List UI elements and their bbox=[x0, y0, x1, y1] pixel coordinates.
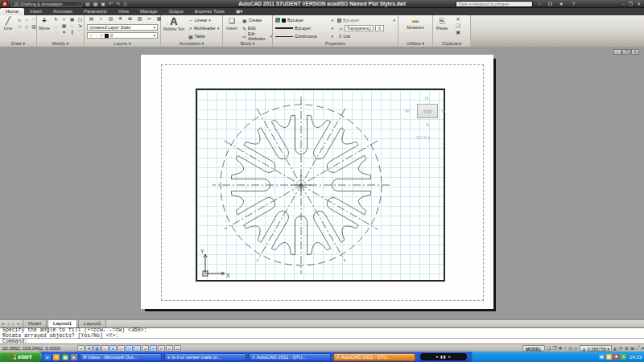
polyline-tool-icon[interactable]: ∿ bbox=[16, 18, 23, 23]
quick-view-drawings-icon[interactable]: ❐ bbox=[552, 345, 556, 351]
panel-label-modify[interactable]: Modify ▾ bbox=[37, 41, 84, 47]
annotation-visibility-icon[interactable]: ◭ bbox=[613, 345, 617, 351]
close-window-icon[interactable]: ✕ bbox=[637, 1, 641, 7]
panel-label-utilities[interactable]: Utilities ▾ bbox=[398, 41, 432, 47]
show-motion-icon[interactable]: ▷ bbox=[574, 345, 578, 351]
communication-center-icon[interactable]: ☊ bbox=[548, 1, 552, 7]
toggle-3dosnap[interactable]: ◇ bbox=[126, 345, 133, 352]
favorites-star-icon[interactable]: ★ bbox=[559, 1, 564, 7]
toggle-dyn[interactable]: ⌖ bbox=[150, 345, 157, 352]
task-autocad-1[interactable]: A AutoCAD 2011 - STU... bbox=[249, 353, 331, 361]
doc-close-icon[interactable]: ✕ bbox=[631, 49, 639, 55]
lineweight-dropdown[interactable]: ByLayer▾ bbox=[275, 25, 333, 31]
ribbon-minimize-icon[interactable]: ▣▾ bbox=[230, 8, 249, 15]
copy-clip-icon[interactable]: ❏ bbox=[454, 23, 462, 29]
join-tool-icon[interactable]: ⌒ bbox=[76, 30, 84, 35]
panel-label-draw[interactable]: Draw ▾ bbox=[0, 41, 36, 47]
panel-label-properties[interactable]: Properties bbox=[273, 41, 398, 47]
tray-antivirus-icon[interactable]: ✚ bbox=[613, 354, 619, 360]
tab-insert[interactable]: Insert bbox=[24, 8, 47, 15]
new-file-icon[interactable]: ▤ bbox=[85, 1, 90, 7]
toggle-otrack[interactable]: ∕ bbox=[134, 345, 141, 352]
transparency-control[interactable]: ▱ Transparency 0 bbox=[337, 25, 395, 31]
layer-state-dropdown[interactable]: Unsaved Layer State ▾ bbox=[87, 24, 158, 31]
undo-icon[interactable]: ↶ bbox=[109, 1, 113, 7]
linetype-dropdown[interactable]: Continuous▾ bbox=[275, 33, 333, 39]
paste-special-icon[interactable]: ▣ bbox=[454, 30, 462, 35]
tab-view[interactable]: View bbox=[113, 8, 134, 15]
toggle-snap[interactable]: ⊞ bbox=[85, 345, 93, 352]
list-button[interactable]: ≡ List bbox=[337, 33, 395, 39]
toggle-tpy[interactable]: ▱ bbox=[166, 345, 173, 352]
block-edit-button[interactable]: ✎ Edit bbox=[241, 25, 256, 31]
tab-annotate[interactable]: Annotate bbox=[47, 8, 78, 15]
toggle-grid[interactable]: ▦ bbox=[93, 345, 101, 352]
steering-wheel-icon[interactable]: ◎ bbox=[568, 345, 572, 351]
tab-output[interactable]: Output bbox=[163, 8, 189, 15]
multiline-text-button[interactable]: A Multiline Text bbox=[163, 16, 185, 32]
tab-model[interactable]: Model bbox=[23, 319, 47, 327]
plot-icon[interactable]: ⎙ bbox=[123, 1, 127, 7]
layer-prev-icon[interactable]: ↩ bbox=[145, 16, 154, 22]
edit-attributes-button[interactable]: ✑ Edit Attributes▾ bbox=[241, 33, 272, 39]
model-viewport[interactable]: N W TOP E S WCS ▾ Y X bbox=[196, 88, 445, 282]
start-button[interactable]: start bbox=[0, 352, 42, 362]
model-paper-toggle[interactable]: MODEL bbox=[522, 345, 545, 352]
zoom-icon[interactable]: ⌕ bbox=[564, 345, 567, 351]
tab-manage[interactable]: Manage bbox=[134, 8, 163, 15]
toggle-ducs[interactable]: ⊿ bbox=[142, 345, 149, 352]
table-button[interactable]: ▦ Table bbox=[187, 33, 205, 39]
restore-window-icon[interactable]: ❐ bbox=[629, 1, 633, 7]
explode-tool-icon[interactable]: ✶ bbox=[60, 30, 68, 35]
search-icon[interactable]: ⌕ bbox=[539, 1, 541, 7]
save-icon[interactable]: ▣ bbox=[101, 1, 105, 7]
layer-isolate-icon[interactable]: ▥ bbox=[106, 16, 115, 22]
toggle-qp[interactable]: ▭ bbox=[174, 345, 181, 352]
linear-dimension-button[interactable]: ↔ Linear▾ bbox=[187, 17, 211, 23]
object-color-dropdown[interactable]: ByLayer▾ bbox=[275, 17, 333, 23]
offset-tool-icon[interactable]: ∥ bbox=[68, 30, 76, 35]
viewcube-south[interactable]: S bbox=[426, 122, 429, 127]
circle-tool-icon[interactable]: ○ bbox=[23, 18, 30, 23]
toggle-lwt[interactable]: ≡ bbox=[158, 345, 165, 352]
toolbar-lock-icon[interactable]: ⊠ bbox=[630, 345, 634, 351]
workspace-dropdown[interactable]: 2D Drafting & Annotation ▾ bbox=[11, 1, 82, 7]
toggle-polar[interactable]: ∠ bbox=[109, 345, 117, 352]
task-browser[interactable]: e Is it or center mark or... bbox=[164, 353, 246, 361]
measure-button[interactable]: ▬ Measure bbox=[405, 16, 426, 30]
plot-style-dropdown[interactable]: ByLayer▾ bbox=[337, 17, 395, 23]
layer-lock-icon[interactable]: ⊠ bbox=[126, 16, 134, 22]
viewcube-east[interactable]: E bbox=[442, 109, 445, 113]
viewcube-top-face[interactable]: TOP bbox=[417, 104, 438, 118]
clean-screen-icon[interactable]: ⤢ bbox=[636, 345, 640, 351]
arc-tool-icon[interactable]: ◠ bbox=[31, 18, 37, 23]
rotate-tool-icon[interactable]: ↻ bbox=[52, 17, 60, 23]
paste-button[interactable]: ⎘ Paste bbox=[435, 16, 449, 31]
task-outlook[interactable]: ✉ Inbox - Microsoft Out... bbox=[80, 353, 162, 361]
open-folder-icon[interactable]: ▦ bbox=[93, 1, 98, 7]
layer-control-dropdown[interactable]: ☀ ☼ ⊓ 0 ▾ bbox=[87, 32, 158, 39]
viewcube-north[interactable]: N bbox=[425, 96, 428, 101]
rectangle-tool-icon[interactable]: □ bbox=[16, 24, 23, 30]
hatch-tool-icon[interactable]: ▨ bbox=[31, 24, 37, 30]
cut-icon[interactable]: ✕ bbox=[454, 17, 462, 23]
toggle-ortho[interactable]: ∟ bbox=[101, 345, 109, 352]
infocenter-search-input[interactable] bbox=[456, 1, 533, 7]
quick-view-layouts-icon[interactable]: ❏ bbox=[547, 345, 551, 351]
trim-tool-icon[interactable]: × bbox=[60, 17, 68, 23]
move-tool-button[interactable]: + Move bbox=[38, 16, 51, 31]
drawing-area[interactable]: – ❐ ✕ N W TOP E S WCS ▾ Y bbox=[0, 47, 644, 319]
minimize-window-icon[interactable]: – bbox=[622, 1, 625, 7]
quicklaunch-outlook-icon[interactable]: ✉ bbox=[53, 354, 60, 360]
media-player-toolbar[interactable]: ◂ ▮▮ ▸ bbox=[420, 353, 467, 360]
quicklaunch-ie-icon[interactable]: e bbox=[44, 354, 51, 360]
viewcube-west[interactable]: W bbox=[405, 109, 410, 113]
line-tool-button[interactable]: ╱ Line bbox=[2, 16, 14, 31]
tab-parametric[interactable]: Parametric bbox=[78, 8, 113, 15]
block-create-button[interactable]: ▣ Create bbox=[241, 17, 262, 23]
doc-minimize-icon[interactable]: – bbox=[613, 49, 621, 55]
viewcube-wcs-menu[interactable]: WCS ▾ bbox=[416, 135, 430, 140]
array-tool-icon[interactable]: ▦ bbox=[60, 23, 68, 29]
quicklaunch-desktop-icon[interactable]: ▦ bbox=[62, 354, 68, 360]
tray-network-icon[interactable]: ↯ bbox=[621, 354, 626, 360]
